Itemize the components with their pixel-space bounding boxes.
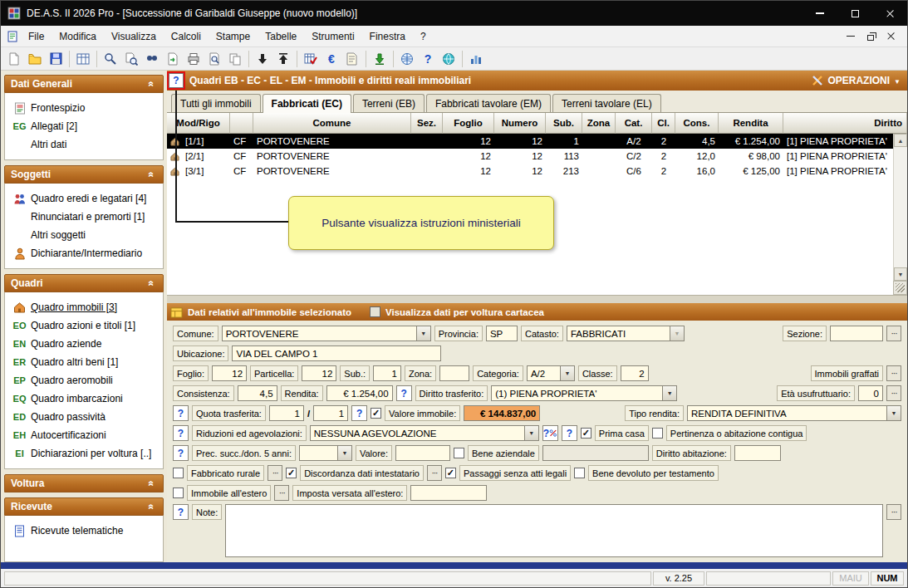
fabbricato-rurale-browse-button[interactable] — [267, 465, 282, 481]
column-header-diritto[interactable]: Diritto — [783, 113, 907, 134]
sidebar-item-ricevute-telematiche[interactable]: Ricevute telematiche — [7, 522, 161, 540]
ministerial-instructions-button[interactable] — [169, 73, 184, 88]
classe-field[interactable]: 2 — [621, 365, 649, 381]
dropdown-icon[interactable] — [338, 445, 352, 461]
print-button[interactable] — [184, 49, 204, 69]
column-header-rendita[interactable]: Rendita — [719, 113, 783, 134]
search-button[interactable] — [101, 49, 120, 69]
quota-den-field[interactable]: 1 — [313, 405, 348, 421]
eta-usufruttuario-field[interactable]: 0 — [858, 385, 883, 401]
menu-help[interactable]: ? — [413, 27, 434, 46]
sidebar-item-quadro-altri-beni[interactable]: ER Quadro altri beni [1] — [7, 353, 161, 371]
sidebar-item-quadro-imbarcazioni[interactable]: EQ Quadro imbarcazioni — [7, 390, 161, 408]
dropdown-icon[interactable] — [561, 365, 575, 381]
tipo-rendita-combo[interactable]: RENDITA DEFINITIVA — [687, 405, 901, 421]
dropdown-icon[interactable] — [525, 425, 539, 441]
dropdown-icon[interactable] — [417, 326, 431, 341]
collapse-chevron-icon[interactable] — [145, 501, 157, 512]
collapse-chevron-icon[interactable] — [145, 277, 157, 289]
section-header-soggetti[interactable]: Soggetti — [4, 165, 164, 184]
column-header-numero[interactable]: Numero — [494, 113, 546, 134]
copy-documents-button[interactable] — [225, 49, 245, 69]
collapse-chevron-icon[interactable] — [145, 478, 157, 489]
sidebar-item-quadro-passivita[interactable]: ED Quadro passività — [7, 408, 161, 426]
import-data-button[interactable] — [253, 49, 272, 69]
mdi-system-icon[interactable] — [7, 31, 18, 42]
sezione-field[interactable] — [830, 326, 883, 341]
sidebar-item-altri-dati[interactable]: Altri dati — [7, 135, 161, 154]
collapse-chevron-icon[interactable] — [145, 78, 157, 90]
note-help-button[interactable] — [173, 504, 189, 520]
export-document-button[interactable] — [163, 49, 183, 69]
section-header-voltura[interactable]: Voltura — [4, 474, 164, 492]
discordanza-browse-button[interactable] — [427, 465, 442, 481]
diritto-abitazione-field[interactable] — [734, 445, 781, 461]
prima-casa-checkbox[interactable] — [581, 428, 591, 439]
quota-help-button[interactable] — [173, 405, 189, 421]
provincia-field[interactable]: SP — [486, 326, 518, 341]
sidebar-item-quadro-immobili[interactable]: Quadro immobili [3] — [7, 298, 161, 316]
sidebar-item-dichiarante[interactable]: Dichiarante/Intermediario — [7, 244, 161, 262]
section-header-dati-generali[interactable]: Dati Generali — [4, 75, 164, 93]
close-button[interactable] — [872, 1, 907, 26]
column-header-cl[interactable]: Cl. — [652, 113, 675, 134]
sub-field[interactable]: 1 — [373, 365, 401, 381]
menu-finestra[interactable]: Finestra — [362, 27, 413, 46]
particella-field[interactable]: 12 — [302, 365, 336, 381]
sidebar-item-quadro-aeromobili[interactable]: EP Quadro aeromobili — [7, 371, 161, 390]
catasto-value[interactable]: FABBRICATI — [567, 326, 670, 341]
mdi-minimize-button[interactable] — [844, 30, 857, 43]
riduzioni-value[interactable]: NESSUNA AGEVOLAZIONE — [310, 425, 525, 441]
zona-field[interactable] — [439, 365, 469, 381]
menu-file[interactable]: File — [21, 27, 52, 46]
search-pages-button[interactable] — [142, 49, 162, 69]
menu-modifica[interactable]: Modifica — [52, 27, 104, 46]
prec-succ-help-button[interactable] — [173, 445, 189, 461]
resize-grip[interactable] — [893, 281, 907, 295]
diritto-trasferito-value[interactable]: (1) PIENA PROPRIETA' — [491, 385, 663, 401]
section-header-quadri[interactable]: Quadri — [4, 274, 164, 292]
prec-succ-combo[interactable] — [299, 445, 352, 461]
quota-num-field[interactable]: 1 — [269, 405, 304, 421]
column-header-foglio[interactable]: Foglio — [443, 113, 494, 134]
open-folder-button[interactable] — [25, 49, 45, 69]
scroll-up-icon[interactable] — [894, 134, 907, 147]
voltura-cartacea-checkbox[interactable] — [370, 306, 380, 317]
diritto-trasferito-combo[interactable]: (1) PIENA PROPRIETA' — [491, 385, 677, 401]
grid-row-3[interactable]: [3/1] CF PORTOVENERE 12 12 213 C/6 2 16,… — [167, 164, 893, 179]
fabbricato-rurale-checkbox[interactable] — [173, 468, 184, 478]
column-header-sez[interactable]: Sez. — [411, 113, 443, 134]
immobile-estero-checkbox[interactable] — [173, 488, 184, 498]
sidebar-item-allegati[interactable]: EG Allegati [2] — [7, 117, 161, 135]
rendita-help-button[interactable] — [396, 385, 412, 401]
menu-strumenti[interactable]: Strumenti — [304, 27, 361, 46]
search-documents-button[interactable] — [121, 49, 141, 69]
web-help-button[interactable] — [439, 49, 459, 69]
maximize-button[interactable] — [837, 1, 872, 26]
export-data-button[interactable] — [273, 49, 293, 69]
help-button[interactable] — [418, 49, 438, 69]
valore-help-button[interactable] — [351, 405, 367, 421]
bene-devoluto-checkbox[interactable] — [574, 468, 585, 478]
sidebar-item-dichiarazioni-voltura[interactable]: EI Dichiarazioni per voltura [..] — [7, 444, 161, 463]
comune-combo[interactable]: PORTOVENERE — [222, 326, 431, 341]
comune-value[interactable]: PORTOVENERE — [222, 326, 417, 341]
passaggi-checkbox[interactable] — [445, 468, 456, 478]
dropdown-icon[interactable] — [670, 326, 685, 341]
collapse-chevron-icon[interactable] — [145, 169, 157, 180]
grid-row-2[interactable]: [2/1] CF PORTOVENERE 12 12 113 C/2 2 12,… — [167, 149, 893, 164]
prima-casa-help-button[interactable] — [562, 425, 577, 441]
column-header-comune[interactable]: Comune — [253, 113, 411, 134]
operations-menu-button[interactable]: OPERAZIONI — [812, 75, 901, 86]
tab-fabbricati-ec[interactable]: Fabbricati (EC) — [263, 94, 351, 113]
menu-visualizza[interactable]: Visualizza — [104, 27, 164, 46]
mdi-close-button[interactable] — [884, 30, 897, 43]
web-button[interactable] — [397, 49, 417, 69]
verify-data-button[interactable] — [301, 49, 321, 69]
document-search-button[interactable] — [342, 49, 362, 69]
immobili-graffati-browse-button[interactable] — [886, 365, 901, 381]
sidebar-item-frontespizio[interactable]: Frontespizio — [7, 99, 161, 117]
ubicazione-field[interactable]: VIA DEL CAMPO 1 — [232, 345, 441, 361]
categoria-value[interactable]: A/2 — [527, 365, 561, 381]
eta-usufruttuario-browse-button[interactable] — [886, 385, 901, 401]
